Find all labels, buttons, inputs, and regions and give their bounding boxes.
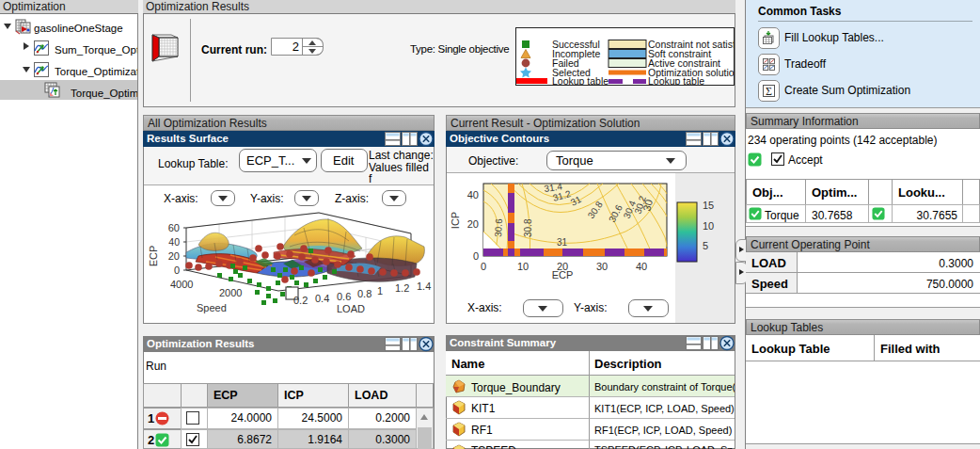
svg-text:40: 40 <box>636 261 647 272</box>
svg-text:10: 10 <box>517 261 529 272</box>
svg-text:LOAD: LOAD <box>337 303 365 314</box>
svg-text:2000: 2000 <box>219 287 242 298</box>
svg-text:40: 40 <box>467 189 479 200</box>
svg-text:Speed: Speed <box>197 302 227 313</box>
svg-text:20: 20 <box>467 218 479 230</box>
svg-text:4000: 4000 <box>170 279 193 290</box>
svg-text:30.8: 30.8 <box>523 218 533 237</box>
svg-text:0.6: 0.6 <box>337 291 351 302</box>
svg-text:5: 5 <box>703 240 708 251</box>
svg-text:0.8: 0.8 <box>357 288 371 299</box>
svg-text:Σ: Σ <box>766 85 772 98</box>
svg-text:ECP: ECP <box>148 246 159 267</box>
svg-text:ECP: ECP <box>552 269 574 281</box>
svg-text:30: 30 <box>596 261 608 272</box>
svg-text:1.4: 1.4 <box>417 281 431 292</box>
svg-text:Lookup table: Lookup table <box>648 75 704 86</box>
svg-text:0.4: 0.4 <box>315 293 329 304</box>
svg-text:Lookup table: Lookup table <box>552 75 609 86</box>
svg-text:30.6: 30.6 <box>493 218 504 237</box>
svg-text:31: 31 <box>557 237 568 248</box>
svg-text:0: 0 <box>473 250 479 262</box>
svg-text:15: 15 <box>703 200 714 211</box>
svg-text:0: 0 <box>481 261 486 272</box>
svg-text:1: 1 <box>377 285 383 297</box>
svg-text:20: 20 <box>168 250 180 262</box>
svg-text:10: 10 <box>703 220 714 232</box>
svg-text:ICP: ICP <box>450 212 461 229</box>
svg-text:60: 60 <box>168 222 180 233</box>
svg-text:0: 0 <box>174 265 180 276</box>
svg-text:40: 40 <box>168 236 180 248</box>
svg-text:0.2: 0.2 <box>293 295 308 306</box>
svg-text:1.2: 1.2 <box>395 282 409 294</box>
